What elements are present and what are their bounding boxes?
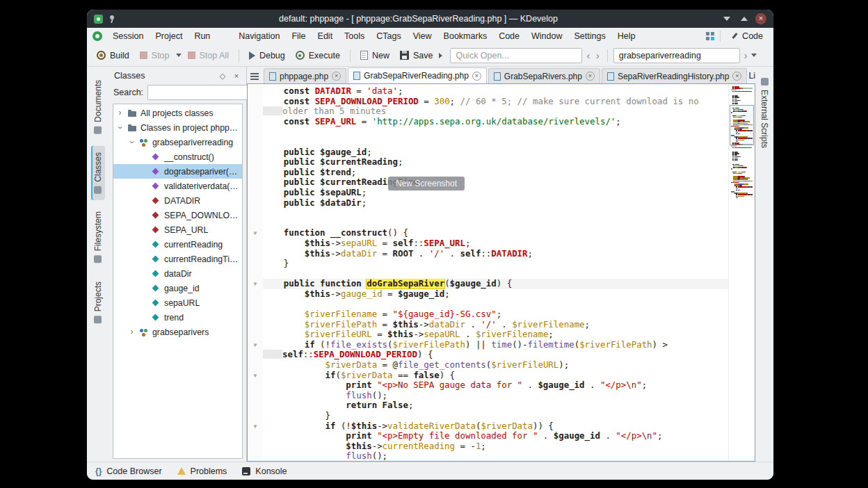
tree-item-validateriverdata-mixed[interactable]: validateriverdata(mixed) — [113, 179, 242, 193]
code-line: flush(); — [248, 391, 728, 401]
dock-tab-external-scripts[interactable]: External Scripts — [757, 72, 771, 154]
menu-item-view[interactable]: View — [408, 29, 437, 43]
fold-arrow-icon[interactable]: ▼ — [248, 421, 263, 432]
menu-item-window[interactable]: Window — [526, 29, 568, 43]
tree-item-currentreadingtime[interactable]: currentReadingTime — [113, 252, 242, 266]
pen-icon — [731, 33, 739, 40]
expander-icon[interactable]: › — [128, 138, 136, 146]
save-dropdown-icon[interactable] — [439, 53, 442, 58]
close-button[interactable]: × — [755, 13, 766, 24]
new-button[interactable]: New — [356, 49, 394, 63]
tree-item-datadir[interactable]: dataDir — [113, 266, 242, 281]
fold-margin — [248, 330, 263, 340]
menu-item-code[interactable]: Code — [493, 29, 525, 43]
tree-item-construct[interactable]: __construct() — [113, 149, 242, 164]
pin-icon[interactable] — [108, 15, 116, 23]
code-line: $this->currentReading = -1; — [248, 441, 728, 452]
maximize-button[interactable] — [738, 13, 750, 25]
menu-item-tools[interactable]: Tools — [339, 29, 370, 43]
tree-item-all-projects-classes[interactable]: ›All projects classes — [113, 106, 242, 120]
menu-item-navigation[interactable]: Navigation — [233, 29, 285, 43]
editor-tab-phppage-php[interactable]: phppage.php× — [264, 68, 346, 83]
menu-item-file[interactable]: File — [286, 29, 311, 43]
search-next-icon[interactable]: › — [742, 50, 750, 61]
float-panel-icon[interactable]: ◇ — [218, 72, 227, 81]
tree-item-currentreading[interactable]: currentReading — [113, 237, 242, 252]
tree-item-sepa-download-period[interactable]: SEPA_DOWNLOAD_PERIOD — [113, 208, 242, 222]
tree-item-grabseparivers[interactable]: ›grabseparivers — [113, 325, 242, 339]
tree-item-classes-in-project-phppage[interactable]: ›Classes in project phppage — [113, 120, 242, 135]
dock-tab-konsole[interactable]: Konsole — [242, 466, 287, 476]
stop-all-label: Stop All — [200, 51, 229, 60]
editor-view[interactable]: const DATADIR = 'data'; const SEPA_DOWNL… — [247, 83, 755, 462]
editor-tab-grabsepariverreading-php[interactable]: GrabSepaRiverReading.php× — [348, 67, 487, 83]
code-line-text: const SEPA_URL = 'http://apps.sepa.org.u… — [263, 117, 728, 127]
menu-item-edit[interactable]: Edit — [312, 29, 339, 43]
code-area[interactable]: const DATADIR = 'data'; const SEPA_DOWNL… — [248, 84, 728, 461]
minimap-scrollbar[interactable] — [728, 84, 755, 461]
menu-item-run[interactable]: Run — [188, 29, 216, 43]
close-tab-icon[interactable]: × — [472, 72, 481, 81]
stop-dropdown-icon[interactable] — [176, 54, 182, 57]
dock-tab-documents[interactable]: Documents — [91, 74, 105, 140]
expander-icon[interactable]: › — [116, 124, 124, 131]
menu-item-session[interactable]: Session — [107, 29, 149, 43]
minimize-button[interactable] — [721, 13, 733, 25]
tree-item-dograbsepariver-mixed[interactable]: dograbsepariver(mixed) — [113, 164, 242, 179]
menu-item-bookmarks[interactable]: Bookmarks — [438, 29, 493, 43]
build-button[interactable]: Build — [93, 49, 134, 63]
fold-arrow-icon[interactable]: ▼ — [248, 228, 263, 238]
close-tab-icon[interactable]: × — [732, 72, 741, 81]
tree-item-sepa-url[interactable]: SEPA_URL — [113, 222, 242, 237]
fold-margin — [248, 350, 263, 360]
history-back-icon[interactable]: ‹ — [584, 50, 592, 61]
titlebar[interactable]: default: phppage - [ phppage:GrabSepaRiv… — [87, 10, 773, 28]
classes-panel: Classes ◇ × Search: ›All projects classe… — [109, 67, 247, 462]
close-tab-icon[interactable]: × — [586, 72, 595, 81]
dock-tab-projects[interactable]: Projects — [91, 275, 105, 330]
fold-margin — [248, 299, 263, 309]
stop-button[interactable]: Stop — [136, 49, 174, 63]
code-area-button[interactable]: Code — [726, 30, 768, 42]
history-forward-icon[interactable]: › — [594, 50, 602, 61]
menu-item-project[interactable]: Project — [150, 29, 188, 43]
fold-arrow-icon[interactable]: ▼ — [248, 279, 263, 289]
dock-tab-code-browser[interactable]: {}Code Browser — [95, 466, 162, 476]
expander-icon[interactable]: › — [128, 328, 136, 336]
editor-tab-grabseparivers-php[interactable]: GrabSepaRivers.php× — [488, 68, 600, 83]
area-switcher-icon[interactable] — [706, 32, 714, 40]
search-label: Search: — [113, 88, 143, 97]
document-list-icon[interactable] — [250, 72, 260, 81]
dock-tab-filesystem[interactable]: Filesystem — [91, 205, 105, 269]
tree-item-grabsepariverreading[interactable]: ›grabsepariverreading — [113, 135, 242, 149]
expander-icon[interactable]: › — [116, 109, 124, 117]
code-line-text: public $sepaURL; — [263, 188, 728, 198]
menu-item-ctags[interactable]: CTags — [371, 29, 406, 43]
close-tab-icon[interactable]: × — [332, 72, 341, 81]
save-button[interactable]: Save — [396, 49, 437, 63]
stop-all-button[interactable]: Stop All — [184, 49, 233, 63]
fold-arrow-icon[interactable]: ▼ — [248, 340, 263, 350]
debug-label: Debug — [259, 51, 285, 60]
minimap-line — [731, 197, 753, 199]
dock-tab-classes[interactable]: Classes — [91, 146, 105, 200]
close-panel-icon[interactable]: × — [232, 72, 241, 80]
tree-item-gauge-id[interactable]: gauge_id — [113, 281, 242, 295]
execute-label: Execute — [309, 51, 340, 60]
search-input[interactable] — [613, 48, 740, 63]
tree-item-trend[interactable]: trend — [113, 310, 242, 325]
menu-item-settings[interactable]: Settings — [569, 29, 611, 43]
tree-item-datadir[interactable]: DATADIR — [113, 193, 242, 208]
search-options-icon[interactable] — [751, 54, 757, 57]
tree-item-label: gauge_id — [164, 284, 200, 293]
execute-button[interactable]: Execute — [291, 49, 344, 63]
dock-tab-problems[interactable]: Problems — [177, 466, 227, 476]
code-line: older than 5 minutes — [248, 106, 728, 117]
minimap-view-rect[interactable] — [730, 105, 754, 145]
fold-arrow-icon[interactable]: ▼ — [248, 371, 263, 381]
quick-open-input[interactable] — [450, 48, 582, 63]
debug-button[interactable]: Debug — [245, 49, 289, 63]
editor-tab-separiverreadinghistory-php[interactable]: SepaRiverReadingHistory.php× — [602, 68, 748, 83]
tree-item-sepaurl[interactable]: sepaURL — [113, 295, 242, 310]
menu-item-help[interactable]: Help — [612, 29, 641, 43]
